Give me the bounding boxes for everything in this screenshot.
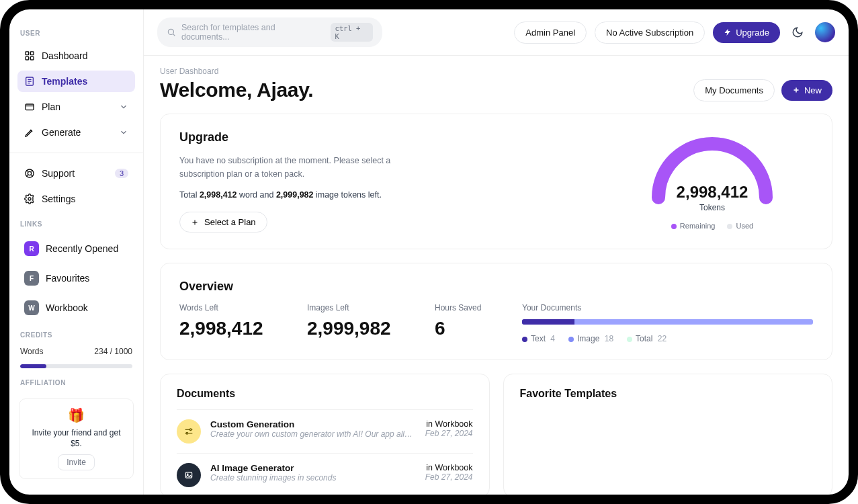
breadcrumb: User Dashboard — [160, 67, 832, 76]
documents-title: Documents — [177, 388, 473, 400]
wallet-icon — [24, 101, 35, 112]
svg-point-8 — [28, 198, 31, 200]
legend-used: Used — [727, 222, 753, 230]
search-hotkey: ctrl + K — [331, 23, 373, 42]
upgrade-total-prefix: Total — [179, 190, 200, 200]
affiliation-text: Invite your friend and get $5. — [28, 427, 125, 449]
document-desc: Create stunning images in seconds — [210, 473, 416, 482]
search-input[interactable]: Search for templates and documents... ct… — [157, 17, 382, 47]
stat-label: Words Left — [179, 303, 287, 312]
stat-value: 2,998,412 — [179, 318, 287, 339]
new-button[interactable]: New — [781, 80, 832, 101]
stat-words-left: Words Left 2,998,412 — [179, 303, 287, 343]
stat-value: 2,999,982 — [307, 318, 415, 339]
image-icon — [177, 463, 201, 487]
subscription-status-button[interactable]: No Active Subscription — [595, 22, 705, 44]
svg-rect-0 — [26, 52, 29, 55]
sidebar-item-label: Plan — [42, 101, 60, 112]
pen-icon — [24, 127, 35, 138]
avatar[interactable] — [815, 22, 835, 42]
gift-icon: 🎁 — [28, 407, 125, 423]
document-title: Custom Generation — [210, 419, 416, 429]
svg-rect-2 — [26, 56, 29, 60]
sidebar-section-credits: CREDITS — [20, 331, 132, 339]
sidebar-item-label: Support — [42, 168, 75, 179]
plus-icon — [191, 218, 199, 226]
moon-icon — [791, 26, 804, 38]
sidebar: USER Dashboard Templates Plan Generate — [9, 9, 144, 495]
gear-icon — [24, 194, 35, 204]
upgrade-image-tokens: 2,999,982 — [276, 190, 314, 200]
sidebar-item-label: Dashboard — [42, 50, 88, 61]
invite-button[interactable]: Invite — [58, 454, 95, 470]
svg-rect-1 — [30, 52, 34, 55]
sidebar-item-generate[interactable]: Generate — [17, 122, 135, 143]
document-date: Feb 27, 2024 — [425, 429, 473, 438]
sidebar-item-dashboard[interactable]: Dashboard — [17, 45, 135, 67]
legend-item: Text 4 — [522, 334, 555, 343]
chevron-down-icon — [119, 128, 128, 137]
upgrade-title: Upgrade — [179, 130, 585, 144]
sidebar-link-workbook[interactable]: W Workbook — [17, 295, 135, 321]
upgrade-text: You have no subscription at the moment. … — [179, 154, 435, 181]
stat-label: Hours Saved — [435, 303, 502, 312]
my-documents-button[interactable]: My Documents — [693, 79, 775, 101]
legend-remaining-label: Remaining — [680, 222, 716, 230]
tile-icon: R — [24, 241, 39, 256]
sidebar-item-support[interactable]: Support 3 — [17, 163, 135, 184]
sidebar-section-user: USER — [20, 30, 132, 37]
sidebar-item-plan[interactable]: Plan — [17, 96, 135, 118]
sidebar-item-settings[interactable]: Settings — [17, 188, 135, 210]
documents-legend: Text 4Image 18Total 22 — [522, 334, 813, 343]
document-row[interactable]: Custom Generation Create your own custom… — [177, 409, 473, 453]
stat-value: 6 — [435, 318, 502, 339]
upgrade-button[interactable]: Upgrade — [713, 22, 780, 43]
page-title: Welcome, Ajaay. — [160, 79, 313, 101]
svg-point-10 — [189, 429, 191, 431]
gauge-label: Tokens — [611, 203, 813, 212]
credits-progress-fill — [20, 364, 46, 368]
sidebar-link-recently-opened[interactable]: R Recently Opened — [17, 236, 135, 261]
plus-icon — [792, 86, 800, 94]
select-plan-label: Select a Plan — [204, 217, 256, 227]
token-gauge: 2,998,412 Tokens Remaining Used — [611, 130, 813, 233]
tile-icon: F — [24, 271, 39, 286]
upgrade-word-tokens: 2,998,412 — [200, 190, 237, 200]
overview-title: Overview — [179, 280, 813, 294]
stat-images-left: Images Left 2,999,982 — [307, 303, 415, 343]
credits-value: 234 / 1000 — [94, 347, 132, 356]
legend-item: Image 18 — [568, 334, 613, 343]
document-title: AI Image Generator — [210, 463, 416, 473]
theme-toggle[interactable] — [788, 23, 807, 42]
sidebar-item-templates[interactable]: Templates — [17, 71, 135, 92]
affiliation-card: 🎁 Invite your friend and get $5. Invite — [19, 398, 134, 479]
favorite-templates-card: Favorite Templates — [503, 374, 833, 495]
legend-item: Total 22 — [627, 334, 667, 343]
document-date: Feb 27, 2024 — [425, 472, 473, 482]
lifebuoy-icon — [24, 168, 35, 179]
select-plan-button[interactable]: Select a Plan — [179, 212, 267, 233]
upgrade-total-suffix: image tokens left. — [313, 190, 381, 200]
search-icon — [167, 28, 176, 37]
support-badge: 3 — [115, 169, 128, 178]
sidebar-link-favourites[interactable]: F Favourites — [17, 265, 135, 291]
legend-used-label: Used — [736, 222, 753, 230]
svg-point-7 — [28, 171, 31, 175]
bolt-icon — [724, 28, 732, 36]
sidebar-item-label: Favourites — [46, 273, 89, 284]
sliders-icon — [177, 419, 201, 444]
divider — [9, 153, 143, 153]
document-location: in Workbook — [425, 463, 473, 472]
sidebar-section-links: LINKS — [20, 220, 132, 228]
documents-progress-fill — [522, 319, 574, 325]
grid-icon — [24, 50, 35, 61]
upgrade-total-mid: word and — [237, 190, 276, 200]
admin-panel-button[interactable]: Admin Panel — [514, 22, 587, 44]
upgrade-total: Total 2,998,412 word and 2,999,982 image… — [179, 190, 585, 200]
template-icon — [24, 76, 35, 87]
gauge-number: 2,998,412 — [611, 183, 813, 202]
sidebar-item-label: Templates — [42, 76, 87, 87]
document-row[interactable]: AI Image Generator Create stunning image… — [177, 453, 473, 495]
tile-icon: W — [24, 300, 39, 315]
your-documents-label: Your Documents — [522, 303, 813, 312]
